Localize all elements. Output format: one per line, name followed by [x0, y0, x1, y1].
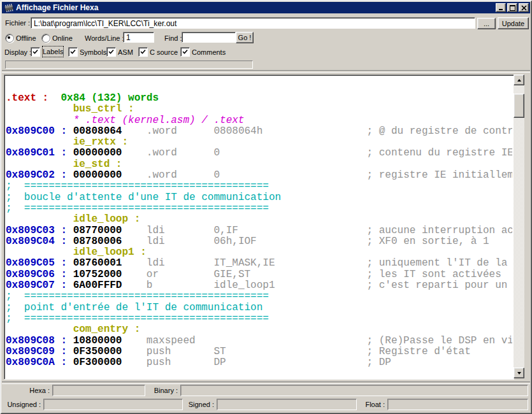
code-segment: ie_std : — [73, 159, 122, 170]
code-segment: push — [147, 357, 171, 368]
close-icon — [521, 5, 527, 11]
online-label: Online — [52, 32, 73, 44]
code-segment: 0x809C00 : — [6, 125, 67, 137]
code-segment: com_entry : — [73, 324, 141, 335]
code-segment: bus_ctrl : — [73, 103, 134, 115]
code-segment: IT_MASK,IE — [213, 257, 275, 269]
hex-viewer[interactable]: .text : 0x84 (132) words bus_ctrl : * .t… — [4, 75, 514, 380]
checkbox-c-source[interactable] — [138, 47, 148, 57]
code-segment: ; contenu du registre IE pe — [367, 147, 512, 159]
go-button[interactable]: Go ! — [236, 32, 254, 43]
vertical-scrollbar[interactable] — [514, 75, 524, 378]
code-line: 0x809C05 : 08760001 ldi IT_MASK,IE ; uni… — [6, 258, 512, 269]
code-segment: 6A00FFFD — [73, 280, 122, 291]
code-line: 0x809C09 : 0F350000 push ST ; Registre d… — [6, 346, 512, 357]
app-window: Affichage Fichier Hexa Fichier : ... Upd… — [0, 0, 532, 414]
code-line: ie_std : — [6, 159, 512, 170]
scroll-up-button[interactable] — [514, 75, 524, 85]
code-line: ; ======================================… — [6, 313, 512, 324]
maximize-button[interactable] — [507, 3, 517, 12]
display-label: Display : — [4, 46, 31, 58]
code-segment: 0F350000 — [73, 346, 122, 357]
hexa-label: Hexa : — [13, 385, 50, 396]
code-segment: GIE,ST — [213, 269, 250, 280]
code-segment: 06h,IOF — [213, 236, 256, 247]
code-segment: 10800000 — [73, 335, 122, 346]
file-label: Fichier : — [5, 17, 30, 29]
words-per-line-input[interactable] — [123, 32, 154, 43]
code-segment: 0x809C07 : — [6, 280, 67, 291]
binary-field — [180, 385, 528, 396]
code-segment: ie_rxtx : — [73, 136, 128, 148]
checkbox-asm[interactable] — [106, 47, 116, 57]
checkbox-comments[interactable] — [180, 47, 190, 57]
code-segment: ======================================== — [24, 313, 269, 324]
code-segment: .word — [147, 125, 177, 137]
code-segment: 0x809C02 : — [6, 169, 67, 181]
check-icon — [140, 49, 146, 55]
code-segment: 0x809C04 : — [6, 236, 67, 247]
code-segment: maxspeed — [147, 335, 196, 346]
code-line: bus_ctrl : — [6, 104, 512, 115]
scrollbar-thumb[interactable] — [514, 94, 524, 118]
update-button[interactable]: Update — [498, 17, 529, 29]
code-segment: 00808064 — [73, 125, 122, 137]
code-segment: idle_loop1 : — [73, 246, 147, 258]
code-segment: ; registre IE initiallement — [367, 169, 512, 181]
offline-radio[interactable] — [5, 34, 14, 43]
code-segment: ; — [6, 192, 12, 203]
checkbox-comments-label[interactable]: Comments — [192, 46, 226, 58]
code-segment: or — [147, 269, 159, 280]
code-segment: 0x84 (132) words — [61, 92, 159, 104]
code-line: ; ======================================… — [6, 291, 512, 302]
code-segment: 0 — [213, 169, 220, 181]
code-line: 0x809C02 : 00000000 .word 0 ; registre I… — [6, 170, 512, 181]
checkbox-labels-label[interactable]: Labels — [43, 46, 63, 57]
checkbox-symbols[interactable] — [68, 47, 78, 57]
code-line: ; boucle d'attente d'une IT de communica… — [6, 192, 512, 203]
code-segment: ======================================== — [24, 180, 269, 192]
file-path-input[interactable] — [31, 17, 475, 29]
scroll-down-button[interactable] — [514, 368, 524, 378]
unsigned-field — [43, 399, 183, 410]
check-icon — [70, 49, 76, 55]
checkbox-c-source-label[interactable]: C source — [150, 46, 178, 58]
hexa-field — [52, 385, 145, 396]
code-line: ; ======================================… — [6, 181, 512, 192]
checkbox-labels[interactable] — [31, 47, 40, 57]
code-line: ; ======================================… — [6, 203, 512, 214]
code-segment: ; c'est reparti pour un tou — [367, 280, 512, 291]
float-field — [387, 399, 528, 410]
online-radio[interactable] — [41, 34, 50, 43]
code-segment: ldi — [147, 225, 165, 236]
code-segment: ldi — [147, 257, 165, 269]
code-segment: ; DP — [367, 357, 391, 368]
close-button[interactable] — [519, 3, 529, 12]
find-input[interactable] — [182, 32, 236, 43]
radio-dot — [8, 36, 10, 39]
code-segment: 00000000 — [73, 169, 122, 181]
code-segment: b — [147, 280, 153, 291]
minimize-icon — [498, 5, 504, 11]
code-segment: 00000000 — [73, 147, 122, 159]
code-segment: 0x809C09 : — [6, 346, 67, 357]
code-segment: ldi — [147, 236, 165, 247]
code-segment: ; les IT sont activées — [367, 269, 501, 280]
code-line: idle_loop1 : — [6, 247, 512, 258]
browse-button[interactable]: ... — [477, 18, 496, 29]
code-segment: 0808064h — [213, 125, 262, 137]
code-segment: 0x809C05 : — [6, 257, 67, 269]
code-line: 0x809C06 : 10752000 or GIE,ST ; les IT s… — [6, 269, 512, 280]
code-segment: ; uniquement l'IT de la Com — [367, 257, 512, 269]
code-segment: ; (Re)Passe le DSP en vites — [367, 335, 513, 346]
code-segment: ; — [6, 302, 12, 313]
minimize-button[interactable] — [496, 3, 506, 12]
signed-label: Signed : — [178, 399, 214, 410]
checkbox-asm-label[interactable]: ASM — [118, 46, 133, 58]
hex-content: .text : 0x84 (132) words bus_ctrl : * .t… — [6, 76, 512, 378]
code-line: 0x809C00 : 00808064 .word 0808064h ; @ d… — [6, 126, 512, 137]
code-segment: idle_loop : — [73, 213, 141, 225]
code-segment: DP — [213, 357, 226, 368]
progress-bar — [5, 61, 253, 69]
checkbox-symbols-label[interactable]: Symbols — [80, 46, 106, 58]
